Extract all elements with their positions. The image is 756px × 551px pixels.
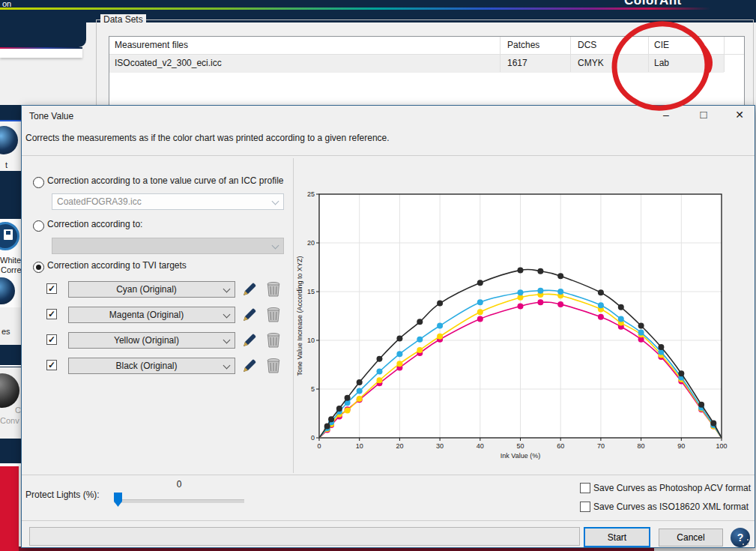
- radio-correction-according-to[interactable]: [33, 220, 44, 232]
- cancel-button[interactable]: Cancel: [659, 529, 723, 547]
- col-cie: CIE: [654, 40, 669, 50]
- save-acv-checkbox[interactable]: [580, 483, 590, 493]
- start-button[interactable]: Start: [584, 527, 650, 547]
- sidebar-label-fragment: White: [0, 256, 21, 265]
- table-row[interactable]: ISOcoated_v2_300_eci.icc 1617 CMYK Lab: [109, 55, 724, 73]
- tool-sphere-icon[interactable]: [0, 373, 19, 408]
- check-icon: ✓: [48, 360, 55, 370]
- col-measurement-files: Measurement files: [115, 40, 188, 50]
- chevron-down-icon: [223, 337, 231, 344]
- edit-pencil-button[interactable]: [241, 332, 258, 349]
- sidebar-label-fragment: Corre: [1, 265, 21, 274]
- svg-text:0: 0: [311, 434, 315, 442]
- check-icon: ✓: [48, 334, 55, 345]
- sidebar-light-section: t: [0, 121, 21, 171]
- sidebar-label-fragment: Conv: [0, 416, 19, 425]
- svg-text:0: 0: [317, 442, 321, 450]
- tvi-channel-combobox[interactable]: Cyan (Original): [68, 281, 235, 298]
- svg-text:Tone Value Increase (According: Tone Value Increase (According to XYZ): [296, 256, 303, 376]
- svg-text:20: 20: [307, 239, 315, 247]
- col-dcs: DCS: [578, 40, 596, 50]
- sidebar-band: [0, 345, 21, 367]
- protect-lights-label: Protect Lights (%):: [25, 490, 100, 500]
- sidebar-label-fragment: es: [1, 327, 10, 336]
- save-xml-label: Save Curves as ISO18620 XML format: [593, 502, 749, 512]
- save-floppy-icon[interactable]: [0, 222, 19, 250]
- minimize-button[interactable]: –: [650, 106, 683, 124]
- svg-text:80: 80: [638, 442, 645, 450]
- tvi-channel-value: Magenta (Original): [109, 310, 184, 320]
- delete-trash-button[interactable]: [265, 307, 282, 323]
- check-icon: ✓: [48, 283, 55, 294]
- svg-text:20: 20: [396, 442, 403, 450]
- tool-sphere-icon[interactable]: [0, 126, 18, 154]
- sidebar-band: [0, 171, 21, 219]
- dialog-description: Corrects the measurements as if the colo…: [25, 133, 390, 143]
- divider: [22, 155, 755, 156]
- tvi-channel-checkbox[interactable]: ✓: [46, 360, 57, 370]
- radio-icc-profile-label: Correction according to a tone value cur…: [47, 175, 284, 186]
- divider: [22, 520, 755, 521]
- svg-text:50: 50: [516, 442, 524, 450]
- sidebar-red-section: [0, 466, 19, 551]
- icc-profile-combobox[interactable]: CoatedFOGRA39.icc: [52, 193, 284, 210]
- svg-text:60: 60: [557, 442, 564, 450]
- minimize-icon: –: [663, 109, 669, 121]
- radio-icc-profile[interactable]: [33, 177, 44, 188]
- background-floating-panel: [0, 47, 82, 58]
- close-button[interactable]: ✕: [723, 106, 756, 124]
- cell-patches: 1617: [507, 58, 527, 68]
- panel-divider: [293, 158, 294, 473]
- svg-text:90: 90: [677, 442, 685, 450]
- sidebar-label-fragment: t: [5, 160, 7, 169]
- check-icon: ✓: [48, 309, 55, 319]
- tvi-channel-checkbox[interactable]: ✓: [46, 283, 57, 294]
- cell-file-name: ISOcoated_v2_300_eci.icc: [115, 58, 222, 68]
- delete-trash-button[interactable]: [265, 281, 282, 298]
- background-navy-panel: [0, 22, 86, 47]
- tvi-channel-combobox[interactable]: Black (Original): [68, 358, 235, 374]
- svg-text:10: 10: [356, 442, 363, 450]
- brand-gradient-line: [0, 7, 756, 10]
- maximize-button[interactable]: □: [687, 106, 720, 124]
- edit-pencil-button[interactable]: [241, 281, 258, 298]
- radio-tvi-targets[interactable]: [33, 262, 44, 273]
- data-sets-label: Data Sets: [100, 14, 146, 25]
- radio-correction-according-to-label: Correction according to:: [47, 219, 142, 229]
- svg-text:30: 30: [436, 442, 444, 450]
- cell-dcs: CMYK: [578, 58, 604, 68]
- reference-combobox[interactable]: [52, 238, 284, 254]
- tvi-channel-value: Black (Original): [115, 361, 177, 371]
- svg-text:10: 10: [307, 337, 315, 344]
- chevron-down-icon: [223, 362, 231, 370]
- tvi-channel-combobox[interactable]: Magenta (Original): [68, 307, 235, 323]
- chevron-down-icon: [272, 242, 279, 250]
- sidebar-label-fragment: C: [15, 406, 21, 415]
- radio-tvi-targets-label: Correction according to TVI targets: [47, 260, 187, 271]
- edit-pencil-button[interactable]: [241, 307, 258, 323]
- svg-text:70: 70: [597, 442, 605, 450]
- save-acv-label: Save Curves as Photoshop ACV format: [593, 483, 751, 493]
- tone-value-dialog: Tone Value – □ ✕ Corrects the measuremen…: [21, 105, 755, 548]
- divider: [22, 475, 755, 475]
- sidebar-light-section: White Corre: [0, 219, 21, 307]
- svg-text:100: 100: [716, 442, 727, 450]
- svg-text:5: 5: [311, 385, 315, 393]
- delete-trash-button[interactable]: [265, 332, 282, 349]
- col-patches: Patches: [507, 40, 539, 50]
- tvi-channel-combobox[interactable]: Yellow (Original): [68, 332, 235, 349]
- tool-sphere-icon[interactable]: [0, 277, 15, 304]
- chevron-down-icon: [272, 198, 279, 205]
- save-xml-checkbox[interactable]: [580, 502, 590, 512]
- tvi-channel-checkbox[interactable]: ✓: [46, 309, 57, 319]
- protect-lights-slider-track[interactable]: [114, 499, 244, 503]
- delete-trash-button[interactable]: [265, 358, 282, 374]
- resize-grip[interactable]: [743, 539, 749, 545]
- tvi-channel-checkbox[interactable]: ✓: [46, 334, 57, 345]
- measurement-files-table[interactable]: Measurement files Patches DCS CIE ISOcoa…: [109, 36, 745, 106]
- protect-lights-slider-thumb[interactable]: [114, 493, 122, 507]
- column-divider: [570, 37, 571, 72]
- edit-pencil-button[interactable]: [241, 358, 258, 374]
- column-divider: [648, 37, 649, 72]
- column-divider: [724, 37, 725, 72]
